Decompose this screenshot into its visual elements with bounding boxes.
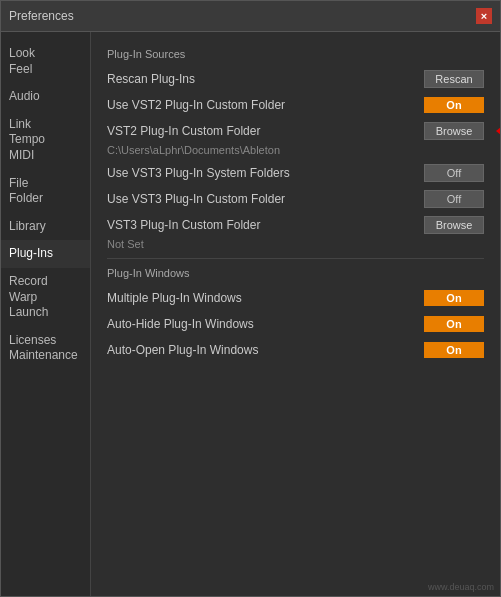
setting-row-use-vst3-custom: Use VST3 Plug-In Custom FolderOff	[107, 188, 484, 210]
setting-row-use-vst3-system: Use VST3 Plug-In System FoldersOff	[107, 162, 484, 184]
section-header-plug-in-sources: Plug-In Sources	[107, 48, 484, 60]
setting-sub-vst3-not-set: Not Set	[107, 238, 484, 250]
setting-row-multiple-windows: Multiple Plug-In WindowsOn	[107, 287, 484, 309]
browse-button-vst3-custom-folder[interactable]: Browse	[424, 216, 484, 234]
setting-label-use-vst2-custom: Use VST2 Plug-In Custom Folder	[107, 98, 424, 112]
setting-row-auto-open: Auto-Open Plug-In WindowsOn	[107, 339, 484, 361]
red-arrow-indicator	[496, 118, 500, 144]
preferences-window: Preferences × Look FeelAudioLink Tempo M…	[0, 0, 501, 597]
content-area: Look FeelAudioLink Tempo MIDIFile Folder…	[1, 32, 500, 596]
main-panel: Plug-In SourcesRescan Plug-InsRescanUse …	[91, 32, 500, 596]
setting-row-auto-hide: Auto-Hide Plug-In WindowsOn	[107, 313, 484, 335]
sidebar-item-audio[interactable]: Audio	[1, 83, 90, 111]
setting-label-multiple-windows: Multiple Plug-In Windows	[107, 291, 424, 305]
sidebar-item-library[interactable]: Library	[1, 213, 90, 241]
sidebar-item-plug-ins[interactable]: Plug-Ins	[1, 240, 90, 268]
toggle-use-vst3-custom[interactable]: Off	[424, 190, 484, 208]
sidebar-item-look[interactable]: Look Feel	[1, 40, 90, 83]
setting-row-vst3-custom-folder: VST3 Plug-In Custom FolderBrowse	[107, 214, 484, 236]
toggle-use-vst2-custom[interactable]: On	[424, 97, 484, 113]
toggle-use-vst3-system[interactable]: Off	[424, 164, 484, 182]
window-title: Preferences	[9, 9, 74, 23]
section-header-plug-in-windows: Plug-In Windows	[107, 267, 484, 279]
sidebar-item-link-tempo-midi[interactable]: Link Tempo MIDI	[1, 111, 90, 170]
watermark: www.deuaq.com	[428, 582, 494, 592]
setting-row-use-vst2-custom: Use VST2 Plug-In Custom FolderOn	[107, 94, 484, 116]
setting-label-use-vst3-system: Use VST3 Plug-In System Folders	[107, 166, 424, 180]
section-divider-0	[107, 258, 484, 259]
setting-row-vst2-custom-folder: VST2 Plug-In Custom FolderBrowse	[107, 120, 484, 142]
toggle-multiple-windows[interactable]: On	[424, 290, 484, 306]
toggle-auto-open[interactable]: On	[424, 342, 484, 358]
sidebar-item-file-folder[interactable]: File Folder	[1, 170, 90, 213]
setting-label-auto-open: Auto-Open Plug-In Windows	[107, 343, 424, 357]
close-button[interactable]: ×	[476, 8, 492, 24]
title-bar: Preferences ×	[1, 1, 500, 32]
sidebar-item-licenses-maintenance[interactable]: Licenses Maintenance	[1, 327, 90, 370]
rescan-button[interactable]: Rescan	[424, 70, 484, 88]
setting-label-rescan: Rescan Plug-Ins	[107, 72, 424, 86]
sidebar: Look FeelAudioLink Tempo MIDIFile Folder…	[1, 32, 91, 596]
setting-row-rescan: Rescan Plug-InsRescan	[107, 68, 484, 90]
setting-sub-vst2-path: C:\Users\aLphr\Documents\Ableton	[107, 144, 484, 156]
setting-label-vst2-custom-folder: VST2 Plug-In Custom Folder	[107, 124, 424, 138]
setting-label-auto-hide: Auto-Hide Plug-In Windows	[107, 317, 424, 331]
browse-button-vst2-custom-folder[interactable]: Browse	[424, 122, 484, 140]
setting-label-vst3-custom-folder: VST3 Plug-In Custom Folder	[107, 218, 424, 232]
toggle-auto-hide[interactable]: On	[424, 316, 484, 332]
setting-label-use-vst3-custom: Use VST3 Plug-In Custom Folder	[107, 192, 424, 206]
sidebar-item-record-warp-launch[interactable]: Record Warp Launch	[1, 268, 90, 327]
